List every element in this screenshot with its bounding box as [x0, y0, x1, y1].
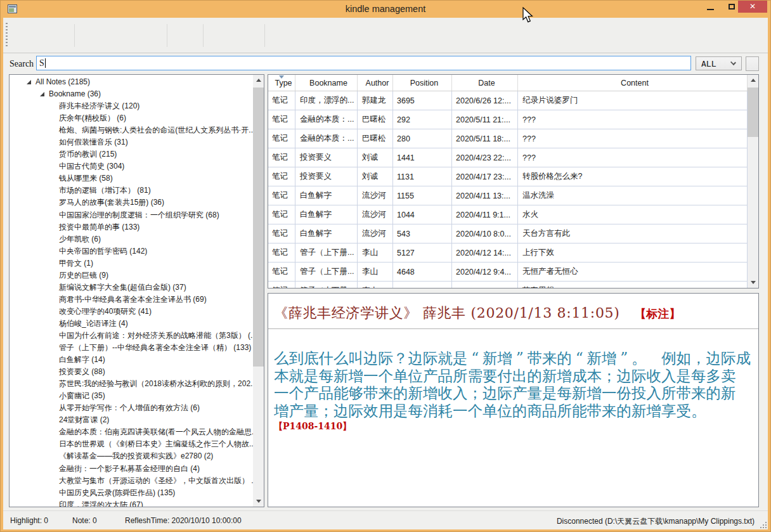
tree-item-all-notes[interactable]: All Notes (2185) — [10, 76, 253, 88]
table-row[interactable]: 笔记投资要义刘诚11312020/4/17 23:...转股价格怎么来? — [268, 167, 748, 186]
table-row[interactable]: 笔记金融的本质：...巴曙松2802020/5/11 18:...??? — [268, 129, 748, 148]
cell-date: 2020/4/11 9:1... — [452, 205, 518, 224]
column-header-date[interactable]: Date — [452, 75, 518, 91]
tree-item-bookname[interactable]: Bookname (36) — [10, 88, 253, 100]
cell-date: 2020/4/12 9:4... — [452, 263, 518, 282]
tree-item-book[interactable]: 中国历史风云录(陈舜臣作品) (135) — [10, 487, 253, 499]
minimize-button[interactable] — [700, 0, 720, 13]
cell-author: 流沙河 — [358, 224, 393, 243]
tree-item-book[interactable]: 中国国家治理的制度逻辑：一个组织学研究 (68) — [10, 209, 253, 221]
tree-item-book[interactable]: 薛兆丰经济学讲义 (120) — [10, 100, 253, 112]
scroll-up-arrow[interactable] — [253, 75, 264, 86]
scroll-thumb[interactable] — [253, 88, 264, 367]
tree-item-book[interactable]: 货币的教训 (215) — [10, 148, 253, 160]
cell-position: 280 — [393, 129, 452, 148]
tree-item-book[interactable]: 庆余年(精校版） (6) — [10, 112, 253, 124]
tree-item-book[interactable]: 钱从哪里来 (58) — [10, 172, 253, 185]
column-header-type[interactable]: Type — [268, 75, 295, 91]
table-row[interactable]: 笔记白鱼解字流沙河10442020/4/11 9:1...水火 — [268, 205, 748, 224]
toolbar-gripper[interactable] — [6, 23, 8, 48]
cell-bookname: 白鱼解字 — [295, 205, 358, 224]
column-header-position[interactable]: Position — [393, 75, 452, 91]
tree-item-book[interactable]: 大教堂与集市（开源运动的《圣经》，中文版首次出版） ... — [10, 475, 253, 487]
table-row[interactable]: 笔记投资要义刘诚14412020/4/23 22:...??? — [268, 148, 748, 167]
detail-body-line: 么到底什么叫边际？边际就是“新增”带来的“新增”。 例如，边际成 — [274, 350, 756, 368]
scroll-up-arrow[interactable] — [748, 75, 758, 86]
cell-type: 笔记 — [268, 243, 295, 263]
window-border-left — [0, 0, 3, 532]
close-button[interactable]: ✕ — [738, 0, 767, 13]
scroll-down-arrow[interactable] — [253, 496, 264, 507]
column-header-author[interactable]: Author — [358, 75, 393, 91]
resize-grip[interactable] — [759, 521, 767, 528]
cell-author: 流沙河 — [358, 205, 393, 224]
tree-item-book[interactable]: 改变心理学的40项研究 (41) — [10, 306, 253, 318]
tree-item-book[interactable]: 商君书-中华经典名著全本全注全译丛书 (69) — [10, 294, 253, 306]
tree-item-book[interactable]: 小窗幽记 (35) — [10, 390, 253, 402]
cell-date: 2020/4/12 9:4... — [452, 282, 518, 288]
tree-item-book[interactable]: 从零开始学写作：个人增值的有效方法 (6) — [10, 402, 253, 414]
tree-item-book[interactable]: 金融街：一个影子私募基金经理的自白 (4) — [10, 463, 253, 475]
tree-item-book[interactable]: 管子（上下册）--中华经典名著全本全注全译（精） (133) — [10, 342, 253, 354]
scroll-thumb[interactable] — [748, 88, 758, 137]
cell-content: 上行下效 — [518, 243, 748, 263]
table-row[interactable]: 笔记管子（上下册...李山46482020/4/12 9:4...无恒产者无恒心 — [268, 263, 748, 282]
cell-position: 4577 — [393, 282, 452, 288]
table-row[interactable]: 笔记白鱼解字流沙河5432020/4/10 8:0...天台方言有此 — [268, 224, 748, 243]
tree-item-book[interactable]: 枪炮、病菌与钢铁:人类社会的命运(世纪人文系列丛书·开... — [10, 124, 253, 136]
tree-item-book[interactable]: 24堂财富课 (2) — [10, 414, 253, 426]
cell-author: 刘诚 — [358, 148, 393, 167]
tree-item-book[interactable]: 苏世民:我的经验与教训（2018读桥水达利欧的原则，202... — [10, 378, 253, 390]
notes-tree-panel: All Notes (2185) Bookname (36) 薛兆丰经济学讲义 … — [9, 74, 264, 507]
cell-type: 笔记 — [268, 263, 295, 282]
expander-icon[interactable] — [27, 80, 31, 84]
filter-dropdown[interactable]: ALL — [696, 56, 742, 70]
cell-position: 1155 — [393, 186, 452, 205]
tree-item-book[interactable]: 印度，漂浮的次大陆 (67) — [10, 499, 253, 507]
cell-author: 李山 — [358, 243, 393, 263]
cell-author: 李山 — [358, 282, 393, 288]
tree-item-book[interactable]: 金融的本质：伯南克四讲美联储(看一个风云人物的金融思... — [10, 426, 253, 438]
tree-item-book[interactable]: 新编说文解字大全集(超值白金版) (37) — [10, 282, 253, 294]
search-input[interactable]: S — [36, 56, 691, 70]
window-border-bottom — [0, 529, 771, 532]
cell-bookname: 投资要义 — [295, 148, 358, 167]
expander-icon[interactable] — [40, 92, 44, 96]
tree-item-book[interactable]: 投资中最简单的事 (133) — [10, 221, 253, 233]
table-scrollbar[interactable] — [748, 75, 758, 288]
tree-item-book[interactable]: 甲骨文 (1) — [10, 257, 253, 269]
tree-item-book[interactable]: 中国为什么有前途：对外经济关系的战略潜能（第3版） (... — [10, 330, 253, 342]
table-row[interactable]: 笔记白鱼解字流沙河11552020/4/11 13:...温水洗澡 — [268, 186, 748, 205]
tree-item-book[interactable]: 日本的世界观（《剑桥日本史》主编凝练之作三个人物故... — [10, 438, 253, 450]
window-border-right — [768, 0, 771, 532]
cell-type: 笔记 — [268, 282, 295, 288]
cell-type: 笔记 — [268, 167, 295, 186]
table-header: TypeBooknameAuthorPositionDateContent — [268, 75, 748, 91]
cell-date: 2020/4/11 13:... — [452, 186, 518, 205]
table-row[interactable]: 笔记管子（上下册...李山51272020/4/12 14:...上行下效 — [268, 243, 748, 263]
tree-item-book[interactable]: 白鱼解字 (14) — [10, 354, 253, 366]
cell-author: 巴曙松 — [358, 110, 393, 129]
column-header-content[interactable]: Content — [518, 75, 748, 91]
tree-item-book[interactable]: 如何假装懂音乐 (31) — [10, 136, 253, 148]
table-row[interactable]: 笔记印度，漂浮的...郭建龙36952020/6/26 12:...纪录片说婆罗… — [268, 91, 748, 110]
cell-type: 笔记 — [268, 205, 295, 224]
tree-item-book[interactable]: 《解读基金——我的投资观和实践》e2780 (2) — [10, 450, 253, 462]
column-header-bookname[interactable]: Bookname — [295, 75, 358, 91]
tree-scrollbar[interactable] — [253, 75, 264, 507]
tree-item-book[interactable]: 投资要义 (88) — [10, 366, 253, 378]
tree-content: All Notes (2185) Bookname (36) 薛兆丰经济学讲义 … — [10, 75, 253, 507]
search-button[interactable] — [746, 56, 759, 71]
detail-body-line: 本就是每新增一个单位产品所需要付出的新增成本；边际收入是每多卖 — [274, 368, 756, 386]
table-row[interactable]: 笔记管子（上下册...李山45772020/4/12 9:4...莫夺思想 — [268, 282, 748, 288]
tree-item-book[interactable]: 杨伯峻_论语译注 (4) — [10, 318, 253, 330]
tree-item-book[interactable]: 中央帝国的哲学密码 (142) — [10, 245, 253, 257]
cell-date: 2020/4/10 8:0... — [452, 224, 518, 243]
tree-item-book[interactable]: 市场的逻辑（增订本） (81) — [10, 185, 253, 197]
tree-item-book[interactable]: 历史的巨镜 (9) — [10, 269, 253, 282]
tree-item-book[interactable]: 中国古代简史 (304) — [10, 160, 253, 172]
tree-item-book[interactable]: 罗马人的故事(套装共15册) (36) — [10, 197, 253, 209]
tree-item-book[interactable]: 少年凯歌 (6) — [10, 233, 253, 245]
table-row[interactable]: 笔记金融的本质：...巴曙松2922020/5/11 21:...??? — [268, 110, 748, 129]
scroll-down-arrow[interactable] — [748, 277, 758, 288]
